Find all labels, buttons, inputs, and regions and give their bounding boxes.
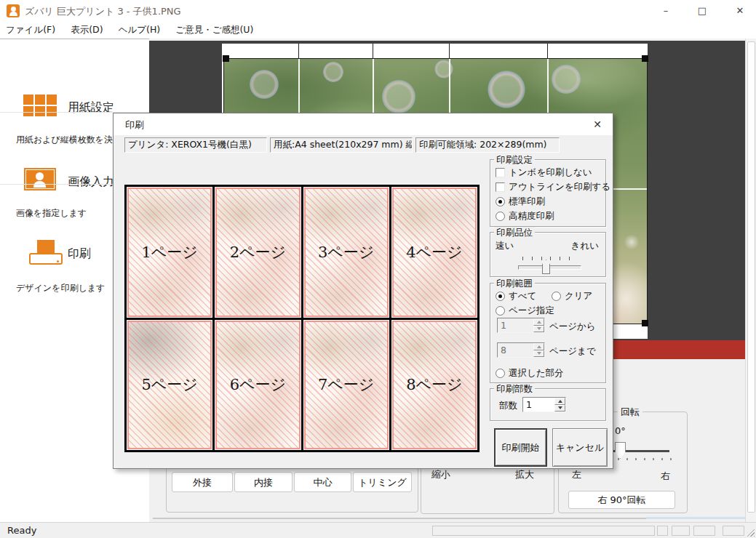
range-all-radio[interactable] (496, 292, 505, 301)
spin-down-icon[interactable] (533, 326, 544, 333)
paper-info-field: 用紙:A4 sheet(210x297 mm) 縦 (270, 137, 413, 153)
menu-bar: ファイル(F) 表示(D) ヘルプ(H) ご意見・ご感想(U) (0, 22, 756, 39)
high-precision-print-label[interactable]: 高精度印刷 (509, 210, 554, 222)
copies-spinner[interactable]: 1 (522, 397, 566, 412)
range-clear-radio[interactable] (552, 292, 561, 301)
spin-up-icon[interactable] (533, 318, 544, 326)
range-selection-radio[interactable] (496, 369, 505, 378)
no-trim-marks-checkbox[interactable] (496, 168, 505, 177)
print-dialog: 印刷 ✕ プリンタ: XEROX1号機(白黒) 用紙:A4 sheet(210x… (113, 113, 613, 469)
print-start-button[interactable]: 印刷開始 (494, 428, 547, 467)
zoom-out-label: 縮小 (431, 468, 450, 481)
status-text: Ready (7, 525, 36, 536)
app-window: ズバリ 巨大プリント 3 - 子供1.PNG – □ ✕ ファイル(F) 表示(… (0, 0, 756, 538)
resize-grip[interactable] (745, 527, 755, 537)
page-tile[interactable]: 8ページ (391, 320, 477, 451)
page-tile[interactable]: 3ページ (303, 187, 389, 318)
tile-boundary (547, 44, 548, 58)
menu-view[interactable]: 表示(D) (65, 22, 108, 36)
spin-down-icon[interactable] (533, 350, 544, 358)
rotate-left-label: 左 (572, 468, 581, 481)
range-page-spec-radio[interactable] (496, 306, 505, 316)
page-label: 1ページ (141, 242, 197, 262)
print-quality-group: 印刷品位 速い きれい (490, 232, 606, 277)
maximize-icon[interactable]: □ (690, 3, 715, 19)
quality-slider-thumb[interactable] (542, 260, 550, 274)
page-from-spinner[interactable]: 1 (497, 318, 545, 333)
print-outline-checkbox[interactable] (496, 182, 505, 192)
printable-area-info-field: 印刷可能領域: 202×289(mm) (415, 137, 560, 153)
page-tile[interactable]: 6ページ (215, 320, 301, 451)
print-outline-label[interactable]: アウトラインを印刷する (509, 181, 610, 193)
dialog-close-icon[interactable]: ✕ (588, 117, 607, 132)
spin-down-icon[interactable] (554, 405, 565, 412)
range-all-label[interactable]: すべて (509, 290, 536, 302)
copies-legend: 印刷部数 (494, 383, 535, 396)
quality-fast-label: 速い (496, 240, 514, 252)
fit-trimming-button[interactable]: トリミング (353, 472, 412, 492)
page-tile[interactable]: 5ページ (127, 320, 212, 451)
copies-value[interactable]: 1 (523, 398, 554, 411)
vertical-scrollbar[interactable] (745, 39, 756, 522)
status-panel (723, 526, 744, 536)
rotation-slider-ticks (618, 458, 675, 460)
menu-file[interactable]: ファイル(F) (0, 22, 61, 36)
page-from-value[interactable]: 1 (498, 318, 533, 332)
copies-group: 印刷部数 部数 1 (490, 388, 606, 421)
sidebar-item-print[interactable]: 印刷 (68, 246, 91, 262)
sidebar-caption-image-input: 画像を指定します (16, 207, 87, 220)
standard-print-label[interactable]: 標準印刷 (509, 196, 545, 208)
page-tile[interactable]: 1ページ (127, 187, 212, 318)
status-panel (432, 526, 655, 536)
page-label: 3ページ (318, 242, 374, 262)
dialog-title: 印刷 (125, 119, 144, 132)
close-icon[interactable]: ✕ (728, 3, 752, 19)
page-label: 2ページ (230, 242, 286, 262)
quality-fine-label: きれい (571, 240, 599, 252)
no-trim-marks-label[interactable]: トンボを印刷しない (509, 166, 592, 179)
high-precision-print-radio[interactable] (496, 212, 505, 221)
print-range-legend: 印刷範囲 (494, 278, 535, 290)
sidebar-item-image-input[interactable]: 画像入力 (68, 174, 114, 190)
rotate-90-button[interactable]: 右 90°回転 (568, 491, 675, 509)
quality-slider-ticks (522, 257, 570, 260)
page-tile[interactable]: 4ページ (391, 187, 477, 318)
page-label: 8ページ (406, 374, 462, 395)
print-settings-legend: 印刷設定 (494, 154, 535, 166)
print-quality-legend: 印刷品位 (494, 227, 535, 239)
copies-label: 部数 (499, 400, 517, 412)
page-label: 4ページ (406, 242, 462, 262)
menu-help[interactable]: ヘルプ(H) (113, 22, 167, 36)
page-preview-grid: 1ページ 2ページ 3ページ 4ページ 5ページ 6ページ 7ページ 8ページ (124, 185, 480, 452)
selection-handle[interactable] (223, 55, 229, 62)
range-selection-label[interactable]: 選択した部分 (509, 367, 564, 380)
print-range-group: 印刷範囲 すべて クリア ページ指定 1 ページから 8 ページま (490, 283, 606, 383)
rotation-group-label: 回転 (618, 406, 642, 419)
minimize-icon[interactable]: – (653, 3, 678, 19)
page-to-spinner[interactable]: 8 (497, 342, 545, 358)
cancel-button[interactable]: キャンセル (552, 428, 608, 467)
spin-up-icon[interactable] (533, 343, 544, 350)
selection-handle[interactable] (642, 55, 648, 62)
selection-handle[interactable] (642, 320, 648, 326)
image-input-icon (24, 168, 56, 190)
print-icon (29, 240, 64, 266)
status-panel (672, 526, 690, 536)
page-to-value[interactable]: 8 (498, 343, 533, 357)
spin-up-icon[interactable] (554, 398, 565, 405)
range-page-spec-label[interactable]: ページ指定 (509, 305, 554, 317)
range-clear-label[interactable]: クリア (565, 290, 592, 302)
tile-boundary (449, 44, 450, 58)
menu-feedback[interactable]: ご意見・ご感想(U) (170, 22, 259, 36)
fit-inner-button[interactable]: 内接 (234, 472, 293, 492)
tile-boundary (298, 44, 299, 58)
standard-print-radio[interactable] (496, 197, 505, 206)
page-tile[interactable]: 7ページ (303, 320, 389, 451)
fit-outer-button[interactable]: 外接 (172, 472, 233, 492)
vertical-scrollbar-thumb[interactable] (747, 41, 755, 513)
fit-center-button[interactable]: 中心 (294, 472, 351, 492)
page-tile[interactable]: 2ページ (215, 187, 301, 318)
printer-info-field: プリンタ: XEROX1号機(白黒) (124, 137, 267, 153)
sidebar-item-paper-setup[interactable]: 用紙設定 (68, 100, 114, 116)
horizontal-scrollbar[interactable] (646, 517, 745, 519)
